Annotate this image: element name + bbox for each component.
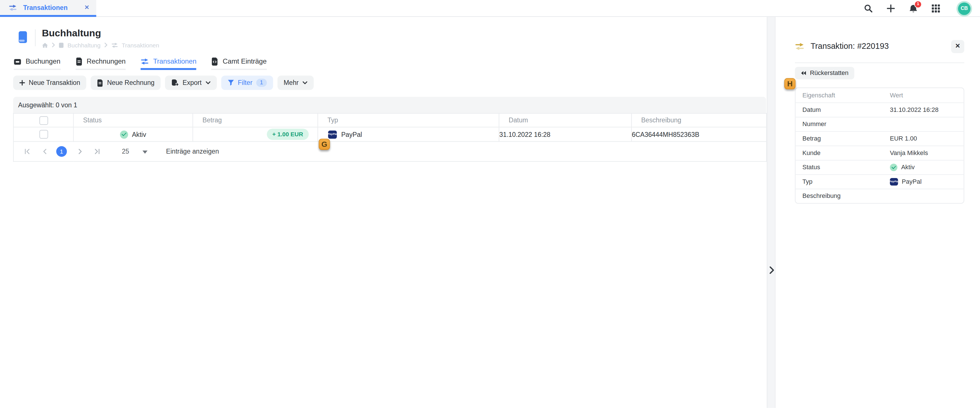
new-transaction-button[interactable]: Neue Transaktion	[13, 76, 86, 90]
avatar[interactable]: CB	[958, 2, 970, 15]
property-row: Typ PayPal PayPal	[795, 175, 964, 189]
paypal-icon: PayPal	[890, 178, 898, 186]
property-label: Beschreibung	[795, 189, 887, 203]
notifications-bell-icon[interactable]: 1	[909, 4, 918, 13]
file-code-icon	[212, 58, 218, 66]
property-value	[887, 189, 964, 203]
last-page-icon[interactable]	[93, 149, 100, 154]
tab-buchungen[interactable]: Buchungen	[14, 57, 60, 70]
header-divider	[35, 29, 35, 46]
ledger-icon	[14, 59, 21, 65]
open-tab-transaktionen[interactable]: Transaktionen ✕	[0, 0, 96, 17]
properties-header-row: Eigenschaft Wert	[795, 88, 964, 103]
property-value: 31.10.2022 16:28	[887, 103, 964, 117]
row-checkbox[interactable]	[39, 130, 48, 139]
chevron-right-icon	[104, 43, 107, 48]
refund-button[interactable]: Rückerstatten	[795, 67, 854, 79]
tab-camt-eintraege[interactable]: Camt Einträge	[212, 57, 266, 70]
next-page-icon[interactable]	[76, 149, 84, 154]
property-label: Status	[795, 160, 887, 175]
column-header-wert: Wert	[887, 88, 964, 103]
toolbar: Neue Transaktion Neue Rechnung Export	[13, 76, 313, 90]
search-icon[interactable]	[864, 4, 873, 13]
paypal-icon: PayPal	[328, 130, 337, 138]
panel-expand-chevron-icon[interactable]	[768, 265, 775, 275]
notification-count-badge: 1	[915, 0, 922, 8]
first-page-icon[interactable]	[24, 149, 31, 154]
tab-label: Camt Einträge	[223, 57, 267, 65]
page-size-label: Einträge anzeigen	[166, 148, 219, 156]
close-panel-button[interactable]: ✕	[951, 40, 964, 53]
selection-count: Ausgewählt: 0 von 1	[18, 101, 77, 109]
detail-panel-title: Transaktion: #220193	[810, 41, 889, 51]
property-label: Betrag	[795, 132, 887, 146]
filter-button[interactable]: Filter 1	[221, 76, 273, 90]
property-value: Aktiv	[901, 164, 915, 171]
button-label: Filter	[238, 79, 252, 87]
property-value: EUR 1.00	[887, 132, 964, 146]
transfer-icon	[9, 4, 17, 11]
button-label: Neue Transaktion	[29, 79, 80, 87]
book-icon	[59, 42, 64, 48]
dropdown-arrow-icon	[142, 150, 148, 156]
property-row: Datum 31.10.2022 16:28	[795, 103, 964, 117]
type-label: PayPal	[341, 130, 362, 138]
topbar: Transaktionen ✕ 1	[0, 0, 980, 17]
transfer-icon	[795, 42, 804, 51]
export-button[interactable]: Export	[165, 76, 216, 90]
more-button[interactable]: Mehr	[277, 76, 313, 90]
status-active-icon	[120, 130, 128, 138]
add-icon[interactable]	[887, 4, 895, 13]
property-value: Vanja Mikkels	[887, 146, 964, 160]
breadcrumb: Buchhaltung Transaktionen	[42, 42, 159, 49]
tab-label: Buchungen	[25, 57, 60, 65]
tab-transaktionen[interactable]: Transaktionen	[141, 57, 196, 70]
status-active-icon	[890, 164, 897, 171]
plus-icon	[19, 80, 25, 86]
transfer-icon	[141, 58, 149, 65]
file-export-icon	[171, 79, 179, 86]
selection-bar: Ausgewählt: 0 von 1	[13, 97, 766, 113]
tab-rechnungen[interactable]: Rechnungen	[75, 57, 126, 70]
table-header-row: Status Betrag Typ Datum Beschreibung	[13, 113, 767, 127]
property-row: Status Aktiv	[795, 160, 964, 175]
column-header-beschreibung: Beschreibung	[632, 113, 767, 127]
chevron-down-icon	[302, 81, 307, 84]
property-row: Beschreibung	[795, 189, 964, 203]
property-row: Betrag EUR 1.00	[795, 132, 964, 146]
button-label: Mehr	[284, 79, 299, 87]
app-root: Transaktionen ✕ 1	[0, 0, 980, 408]
accounting-book-icon	[18, 31, 28, 49]
property-label: Datum	[795, 103, 887, 117]
page-size-select[interactable]: 25	[122, 147, 148, 156]
button-label: Neue Rechnung	[107, 79, 154, 87]
current-page-button[interactable]: 1	[56, 146, 67, 157]
column-header-betrag: Betrag	[193, 113, 318, 127]
transaction-detail-panel: Transaktion: #220193 ✕ Rückerstatten Eig…	[775, 17, 980, 408]
table-row[interactable]: Aktiv + 1.00 EUR PayPal PayPal	[13, 127, 767, 142]
topbar-actions: 1 CB	[864, 0, 970, 17]
module-tabs: Buchungen Rechnungen Transaktionen	[14, 57, 266, 70]
main-content: Buchhaltung Buchhaltung	[0, 17, 767, 408]
column-header-typ: Typ	[318, 113, 499, 127]
new-invoice-button[interactable]: Neue Rechnung	[91, 76, 161, 90]
property-row: Kunde Vanja Mikkels	[795, 146, 964, 160]
invoice-icon	[97, 79, 103, 86]
breadcrumb-transaktionen[interactable]: Transaktionen	[122, 42, 159, 49]
apps-grid-icon[interactable]	[932, 4, 940, 13]
previous-page-icon[interactable]	[41, 149, 48, 154]
detail-panel-header: Transaktion: #220193 ✕	[795, 40, 964, 53]
breadcrumb-buchhaltung[interactable]: Buchhaltung	[68, 42, 100, 49]
home-icon[interactable]	[42, 42, 48, 48]
column-header-eigenschaft: Eigenschaft	[795, 88, 887, 103]
funnel-icon	[227, 79, 234, 86]
tab-label: Rechnungen	[87, 57, 126, 65]
invoice-icon	[75, 58, 82, 66]
button-label: Export	[183, 79, 202, 87]
property-label: Typ	[795, 175, 887, 189]
select-all-checkbox[interactable]	[39, 116, 48, 125]
open-tab-label: Transaktionen	[23, 4, 68, 12]
close-icon[interactable]: ✕	[84, 4, 89, 11]
date-cell: 31.10.2022 16:28	[499, 127, 632, 142]
annotation-marker-h: H	[784, 78, 795, 89]
